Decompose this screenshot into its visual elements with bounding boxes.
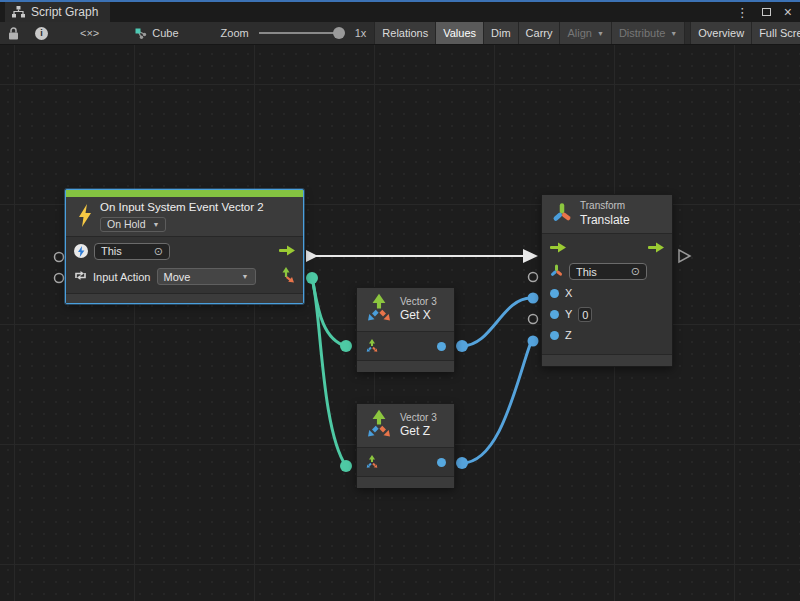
edit-script-button[interactable]: <×> bbox=[56, 22, 123, 44]
port-empty-translate-this[interactable] bbox=[529, 273, 538, 282]
event-accent-bar bbox=[66, 190, 303, 197]
zoom-value: 1x bbox=[355, 27, 367, 39]
graph-hierarchy-icon bbox=[12, 6, 25, 18]
wire-vector2-to-getz[interactable] bbox=[312, 278, 346, 466]
toggle-dim[interactable]: Dim bbox=[483, 22, 518, 44]
toggle-carry[interactable]: Carry bbox=[518, 22, 560, 44]
info-icon: i bbox=[35, 27, 48, 40]
inspect-button[interactable]: i bbox=[27, 22, 56, 44]
toggle-relations[interactable]: Relations bbox=[374, 22, 435, 44]
value-port-icon[interactable] bbox=[550, 289, 559, 298]
lock-button[interactable] bbox=[0, 22, 27, 44]
input-action-label: Input Action bbox=[93, 271, 151, 283]
port-dot-getx-in[interactable] bbox=[340, 340, 352, 352]
node-category: Vector 3 bbox=[400, 412, 437, 425]
object-picker-icon[interactable]: ⊙ bbox=[631, 266, 640, 277]
vector3-icon bbox=[365, 408, 393, 443]
node-title: On Input System Event Vector 2 bbox=[100, 200, 264, 214]
port-dot-z-in[interactable] bbox=[528, 336, 539, 347]
fullscreen-button[interactable]: Full Screen bbox=[751, 22, 800, 44]
zoom-slider[interactable] bbox=[259, 32, 343, 34]
chevron-down-icon: ▼ bbox=[153, 221, 160, 230]
port-label-x: X bbox=[565, 287, 572, 299]
code-brackets-icon: <×> bbox=[80, 27, 99, 39]
distribute-dropdown[interactable]: Distribute ▼ bbox=[611, 22, 684, 44]
trigger-in-arrow-icon[interactable] bbox=[550, 242, 566, 255]
chevron-down-icon: ▼ bbox=[242, 273, 249, 280]
node-vector3-get-x[interactable]: Vector 3 Get X bbox=[356, 287, 455, 372]
node-footer bbox=[357, 360, 454, 372]
node-footer bbox=[66, 293, 303, 303]
port-empty-event-action[interactable] bbox=[55, 274, 64, 283]
port-empty-event-this[interactable] bbox=[55, 253, 64, 262]
wire-getx-to-x[interactable] bbox=[462, 298, 531, 346]
input-action-icon bbox=[74, 269, 87, 284]
port-empty-translate-exit[interactable] bbox=[679, 250, 690, 262]
node-category: Transform bbox=[580, 200, 630, 213]
event-mode-dropdown[interactable]: On Hold ▼ bbox=[100, 217, 166, 232]
port-label-z: Z bbox=[565, 329, 572, 341]
vector3-mini-icon[interactable] bbox=[365, 338, 379, 355]
graph-canvas[interactable]: On Input System Event Vector 2 On Hold ▼… bbox=[0, 45, 800, 601]
zoom-slider-handle[interactable] bbox=[333, 27, 345, 39]
event-this-field[interactable]: This ⊙ bbox=[94, 243, 170, 260]
tab-title: Script Graph bbox=[31, 5, 98, 19]
toolbar-toggle-group: Relations Values Dim Carry Align ▼ Distr… bbox=[374, 22, 800, 44]
node-title: Get X bbox=[400, 308, 437, 323]
chevron-down-icon: ▼ bbox=[597, 30, 604, 37]
port-dot-getz-out[interactable] bbox=[456, 457, 468, 469]
window-close-icon[interactable]: × bbox=[784, 5, 792, 19]
lock-icon bbox=[8, 27, 19, 40]
node-category: Vector 3 bbox=[400, 296, 437, 309]
chevron-down-icon: ▼ bbox=[670, 30, 677, 37]
value-port-icon[interactable] bbox=[437, 458, 446, 467]
y-value-input[interactable]: 0 bbox=[578, 307, 592, 322]
lightning-bolt-icon bbox=[78, 204, 92, 229]
node-vector3-get-z[interactable]: Vector 3 Get Z bbox=[356, 403, 455, 488]
script-graph-asset-icon bbox=[135, 28, 147, 39]
tab-bar: Script Graph ⋮ × bbox=[0, 2, 800, 22]
transform-mini-icon bbox=[550, 264, 563, 279]
input-action-dropdown[interactable]: Move ▼ bbox=[157, 268, 256, 285]
object-picker-icon[interactable]: ⊙ bbox=[154, 246, 163, 257]
vector3-icon bbox=[365, 292, 393, 327]
port-label-y: Y bbox=[565, 308, 572, 320]
port-dot-x-in[interactable] bbox=[528, 293, 539, 304]
port-dot-getx-out[interactable] bbox=[456, 340, 468, 352]
graph-selector[interactable]: Cube bbox=[123, 22, 186, 44]
window-maximize-icon[interactable] bbox=[762, 8, 771, 16]
window-menu-icon[interactable]: ⋮ bbox=[736, 6, 749, 19]
zoom-control: Zoom 1x bbox=[187, 22, 375, 44]
wire-getz-to-z[interactable] bbox=[462, 342, 531, 463]
node-footer bbox=[357, 476, 454, 488]
value-port-icon[interactable] bbox=[550, 331, 559, 340]
graph-selector-label: Cube bbox=[152, 27, 178, 39]
value-port-icon[interactable] bbox=[437, 342, 446, 351]
transform-icon bbox=[552, 202, 572, 226]
vector2-out-port-icon[interactable] bbox=[282, 267, 295, 286]
value-port-icon[interactable] bbox=[550, 310, 559, 319]
node-title: Get Z bbox=[400, 424, 437, 439]
trigger-out-arrow-icon[interactable] bbox=[648, 242, 664, 255]
graph-toolbar: i <×> Cube Zoom 1x Relations Values Dim … bbox=[0, 22, 800, 45]
node-footer bbox=[542, 354, 672, 366]
align-dropdown[interactable]: Align ▼ bbox=[559, 22, 610, 44]
trigger-out-arrow-icon[interactable] bbox=[279, 245, 295, 258]
port-dot-getz-in[interactable] bbox=[340, 460, 352, 472]
wire-trigger[interactable] bbox=[306, 249, 538, 263]
overview-button[interactable]: Overview bbox=[690, 22, 751, 44]
event-target-icon bbox=[74, 244, 88, 258]
zoom-label: Zoom bbox=[221, 27, 249, 39]
node-title: Translate bbox=[580, 213, 630, 228]
translate-this-field[interactable]: This ⊙ bbox=[569, 263, 647, 280]
tab-script-graph[interactable]: Script Graph bbox=[5, 2, 110, 22]
port-empty-translate-y[interactable] bbox=[529, 315, 538, 324]
vector3-mini-icon[interactable] bbox=[365, 454, 379, 471]
node-transform-translate[interactable]: Transform Translate bbox=[541, 194, 673, 367]
port-dot-vector2-out[interactable] bbox=[306, 272, 318, 284]
toggle-values[interactable]: Values bbox=[435, 22, 483, 44]
node-on-input-system-event[interactable]: On Input System Event Vector 2 On Hold ▼… bbox=[65, 189, 304, 304]
